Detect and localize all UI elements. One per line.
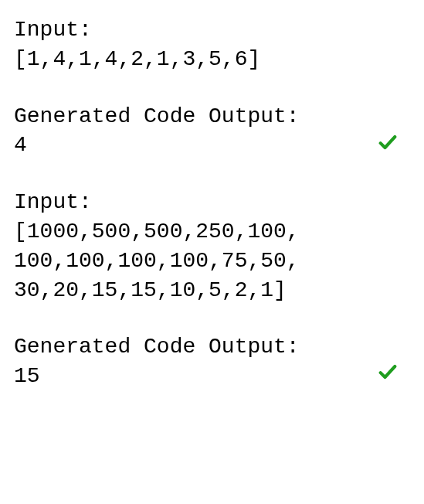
output-value: 4 <box>14 131 410 160</box>
input-array: [1,4,1,4,2,1,3,5,6] <box>14 45 410 74</box>
input-label: Input: <box>14 15 410 45</box>
input-array-line-1: [1000,500,500,250,100, <box>14 217 410 247</box>
output-label: Generated Code Output: <box>14 332 410 362</box>
output-value: 15 <box>14 362 410 391</box>
output-label: Generated Code Output: <box>14 102 410 131</box>
input-array-line-3: 30,20,15,15,10,5,2,1] <box>14 276 410 305</box>
output-section: Generated Code Output: 4 <box>14 102 410 161</box>
check-icon <box>376 361 399 383</box>
example-1: Input: [1,4,1,4,2,1,3,5,6] Generated Cod… <box>14 15 410 160</box>
input-array-line-2: 100,100,100,100,75,50, <box>14 247 410 276</box>
output-section: Generated Code Output: 15 <box>14 332 410 391</box>
example-2: Input: [1000,500,500,250,100, 100,100,10… <box>14 188 410 391</box>
check-icon <box>376 131 399 153</box>
input-label: Input: <box>14 188 410 217</box>
